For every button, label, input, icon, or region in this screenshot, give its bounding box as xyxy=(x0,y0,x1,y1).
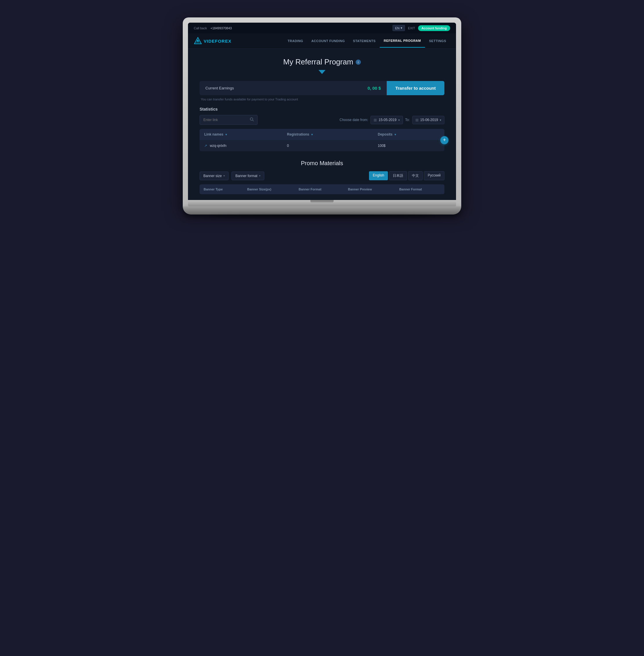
col-link-names[interactable]: Link names ▾ xyxy=(200,129,282,140)
nav-settings[interactable]: SETTINGS xyxy=(425,35,450,47)
add-link-button[interactable]: + xyxy=(440,136,448,144)
banner-col-size: Banner Size(px) xyxy=(243,184,295,194)
earnings-value: 0, 00 $ xyxy=(362,81,387,95)
search-box[interactable] xyxy=(200,115,258,125)
date-from-label: Choose date from: xyxy=(339,118,368,122)
svg-line-4 xyxy=(253,120,254,121)
banner-size-label: Banner size xyxy=(203,174,222,178)
stats-table-wrapper: Link names ▾ Registrations ▾ Deposits ▾ … xyxy=(200,129,444,151)
banner-table: Banner Type Banner Size(px) Banner Forma… xyxy=(200,184,444,194)
banner-col-format: Banner Format xyxy=(295,184,344,194)
hero-title-text: My Referral Program xyxy=(283,58,353,66)
lang-label: EN xyxy=(395,26,399,30)
lang-tab-japanese[interactable]: 日本語 xyxy=(389,171,407,180)
top-bar: Call back +18499370843 EN ▾ EXIT Account… xyxy=(188,23,456,34)
date-from-value: 15-05-2019 xyxy=(378,118,396,122)
search-input[interactable] xyxy=(203,118,248,122)
lang-arrow: ▾ xyxy=(400,26,402,30)
cell-deposits: 100$ xyxy=(373,140,444,152)
banner-col-type: Banner Type xyxy=(200,184,243,194)
phone-number: +18499370843 xyxy=(210,26,232,30)
laptop-stand xyxy=(183,206,461,215)
nav-items: TRADING ACCOUNT FUNDING STATEMENTS REFER… xyxy=(243,34,450,48)
nav-bar: VIDEFOREX TRADING ACCOUNT FUNDING STATEM… xyxy=(188,34,456,49)
laptop-wrapper: Call back +18499370843 EN ▾ EXIT Account… xyxy=(183,17,461,218)
transfer-to-account-button[interactable]: Transfer to account xyxy=(387,81,444,95)
screen: Call back +18499370843 EN ▾ EXIT Account… xyxy=(188,23,456,200)
logo-text-vide: VIDE xyxy=(204,39,215,44)
chevron-down-icon xyxy=(319,70,325,74)
table-row: ↗ wzq-qnlxfn 0 100$ xyxy=(200,140,444,152)
chevron-down xyxy=(200,70,444,75)
col-registrations[interactable]: Registrations ▾ xyxy=(282,129,373,140)
topbar-right: EN ▾ EXIT Account funding xyxy=(392,25,450,31)
nav-trading[interactable]: TRADING xyxy=(284,35,307,47)
date-to-input[interactable]: ⊞ 15-06-2019 ▾ xyxy=(412,116,444,124)
calendar-icon-to: ⊞ xyxy=(415,118,419,122)
earnings-row: Current Earnings 0, 00 $ Transfer to acc… xyxy=(200,81,444,95)
banner-format-dropdown[interactable]: Banner format ▾ xyxy=(231,172,264,180)
info-icon[interactable]: i xyxy=(355,60,361,65)
search-icon xyxy=(250,117,254,123)
date-to-label: To: xyxy=(405,118,410,122)
cell-registrations: 0 xyxy=(282,140,373,152)
nav-statements[interactable]: STATEMENTS xyxy=(349,35,380,47)
date-to-value: 15-06-2019 xyxy=(420,118,438,122)
banner-col-preview: Banner Preview xyxy=(344,184,395,194)
svg-marker-2 xyxy=(319,70,325,74)
exit-button[interactable]: EXIT xyxy=(408,26,415,30)
link-icon: ↗ xyxy=(204,144,207,148)
lang-tab-chinese[interactable]: 中文 xyxy=(408,171,423,180)
banner-size-arrow: ▾ xyxy=(223,174,225,177)
main-content: My Referral Program i Current Earnings 0… xyxy=(188,49,456,200)
nav-referral-program[interactable]: REFERRAL PROGRAM xyxy=(380,34,425,48)
promo-title: Promo Materials xyxy=(200,160,444,167)
laptop-shadow xyxy=(211,215,433,218)
lang-tab-russian[interactable]: Русский xyxy=(424,171,444,180)
laptop-base xyxy=(188,200,456,206)
lang-selector[interactable]: EN ▾ xyxy=(392,25,405,31)
date-to-arrow: ▾ xyxy=(440,118,441,122)
date-from-arrow: ▾ xyxy=(398,118,400,122)
link-name-value: wzq-qnlxfn xyxy=(210,144,226,148)
laptop-body: Call back +18499370843 EN ▾ EXIT Account… xyxy=(183,17,461,206)
col-deposits[interactable]: Deposits ▾ xyxy=(373,129,444,140)
promo-filters: Banner size ▾ Banner format ▾ English 日本… xyxy=(200,171,444,180)
statistics-title: Statistics xyxy=(200,107,444,111)
laptop-hinge xyxy=(310,200,334,202)
banner-format-label: Banner format xyxy=(235,174,257,178)
logo-icon xyxy=(194,37,202,45)
calendar-icon-from: ⊞ xyxy=(374,118,377,122)
lang-tabs: English 日本語 中文 Русский xyxy=(369,171,444,180)
account-funding-button[interactable]: Account funding xyxy=(418,25,450,31)
lang-tab-english[interactable]: English xyxy=(369,171,388,180)
callback-label: Call back xyxy=(194,26,207,30)
cell-link: ↗ wzq-qnlxfn xyxy=(200,140,282,152)
logo-text-forex: FOREX xyxy=(215,39,231,44)
stats-table: Link names ▾ Registrations ▾ Deposits ▾ … xyxy=(200,129,444,151)
banner-size-dropdown[interactable]: Banner size ▾ xyxy=(200,172,229,180)
banner-col-format2: Banner Format xyxy=(395,184,444,194)
earnings-label: Current Earnings xyxy=(200,81,362,95)
date-from-input[interactable]: ⊞ 15-05-2019 ▾ xyxy=(370,116,402,124)
hero-title-row: My Referral Program i xyxy=(200,58,444,66)
nav-account-funding[interactable]: ACCOUNT FUNDING xyxy=(307,35,349,47)
banner-format-arrow: ▾ xyxy=(259,174,260,177)
date-filter: Choose date from: ⊞ 15-05-2019 ▾ To: ⊞ 1… xyxy=(339,116,444,124)
stats-filter-row: Choose date from: ⊞ 15-05-2019 ▾ To: ⊞ 1… xyxy=(200,115,444,125)
transfer-note: You can transfer funds available for pay… xyxy=(200,97,444,101)
topbar-left: Call back +18499370843 xyxy=(194,26,232,30)
logo-text: VIDEFOREX xyxy=(204,39,231,44)
logo[interactable]: VIDEFOREX xyxy=(194,34,231,48)
